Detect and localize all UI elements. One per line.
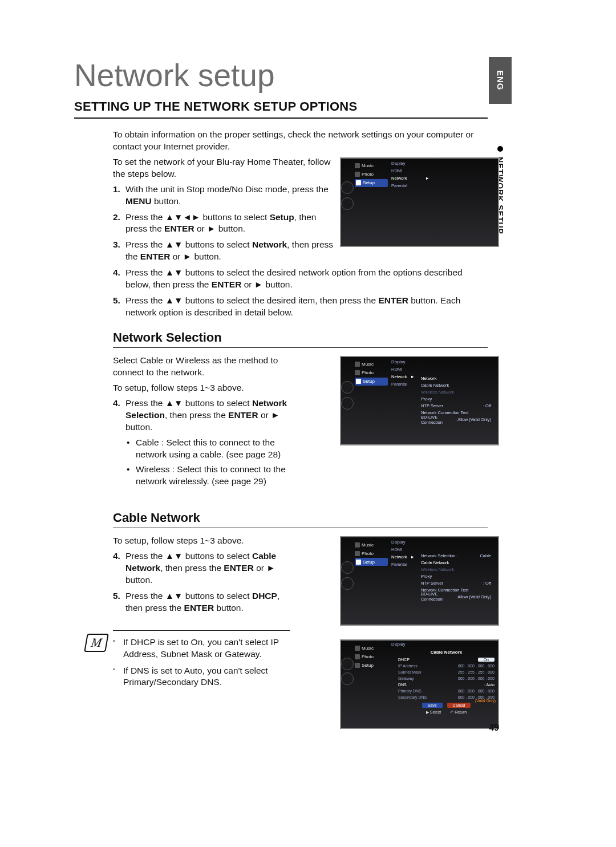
note-1: If DHCP is set to On, you can't select I…	[113, 637, 290, 660]
note-box: M If DHCP is set to On, you can't select…	[113, 630, 290, 689]
subheading-cable-network: Cable Network	[113, 510, 488, 525]
step-2: 2.Press the ▲▼◄► buttons to select Setup…	[113, 212, 335, 236]
save-button: Save	[422, 703, 443, 708]
side-bullet	[497, 146, 503, 152]
step-5: 5.Press the ▲▼ buttons to select the des…	[113, 295, 488, 319]
photo-icon	[355, 370, 360, 375]
page-title: Network setup	[74, 57, 488, 94]
step-3: 3.Press the ▲▼ buttons to select Network…	[113, 239, 335, 263]
language-tab: ENG	[489, 57, 512, 104]
gear-icon	[355, 663, 360, 668]
music-icon	[355, 163, 360, 168]
step-1: 1.With the unit in Stop mode/No Disc mod…	[113, 184, 335, 208]
ns-bullet-cable: Cable : Select this to connect to the ne…	[113, 437, 297, 461]
music-icon	[355, 646, 360, 651]
intro-paragraph-2: To set the network of your Blu-ray Home …	[74, 156, 335, 180]
cn-step-4: 4.Press the ▲▼ buttons to select Cable N…	[113, 550, 297, 586]
cn-para-1: To setup, follow steps 1~3 above.	[74, 535, 297, 547]
photo-icon	[355, 551, 360, 556]
subheading-network-selection: Network Selection	[113, 330, 488, 345]
note-2: If DNS is set to Auto, you can't select …	[113, 665, 290, 689]
ns-bullet-wireless: Wireless : Select this to connect to the…	[113, 464, 297, 488]
intro-paragraph-1: To obtain information on the proper sett…	[74, 129, 488, 153]
gear-icon	[356, 180, 361, 185]
music-icon	[355, 362, 360, 367]
page-number: 49	[489, 723, 499, 733]
photo-icon	[355, 654, 360, 659]
ns-para-1: Select Cable or Wireless as the method t…	[74, 355, 297, 379]
section-heading: SETTING UP THE NETWORK SETUP OPTIONS	[74, 99, 488, 114]
step-4: 4.Press the ▲▼ buttons to select the des…	[113, 267, 488, 291]
tv-screenshot-1: Music Photo Setup Display HDMI Network► …	[340, 157, 499, 247]
ns-step-4: 4.Press the ▲▼ buttons to select Network…	[113, 398, 297, 433]
ns-para-2: To setup, follow steps 1~3 above.	[74, 382, 297, 394]
heading-rule	[74, 117, 488, 119]
sub-rule-2	[113, 528, 488, 528]
tv-screenshot-4: Music Photo Setup Display Cable Network …	[340, 639, 499, 729]
sub-rule-1	[113, 347, 488, 348]
music-icon	[355, 542, 360, 548]
gear-icon	[356, 379, 361, 384]
tv-screenshot-2: Music Photo Setup Display HDMI Network► …	[340, 356, 499, 445]
cn-step-5: 5.Press the ▲▼ buttons to select DHCP, t…	[113, 590, 297, 614]
photo-icon	[355, 172, 360, 177]
tv-screenshot-3: Music Photo Setup Display HDMI Network► …	[340, 536, 499, 626]
note-icon: M	[84, 634, 109, 652]
gear-icon	[356, 560, 361, 565]
cancel-button: Cancel	[447, 703, 471, 708]
